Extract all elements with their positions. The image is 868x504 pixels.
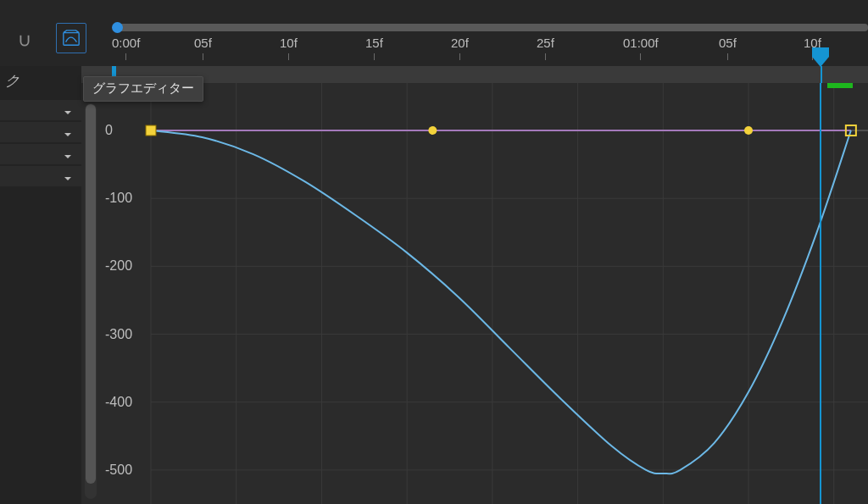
- keyframe-marker[interactable]: [744, 126, 753, 135]
- work-area-bar[interactable]: [119, 24, 868, 31]
- property-panel: ク: [0, 66, 81, 504]
- graph-editor-button[interactable]: [56, 23, 86, 53]
- y-axis-label: -300: [105, 327, 132, 342]
- chevron-down-icon[interactable]: [63, 152, 73, 164]
- property-row[interactable]: [0, 122, 81, 142]
- ruler-tick: 05f: [719, 36, 737, 66]
- ruler-tick: 20f: [451, 36, 469, 66]
- chevron-down-icon[interactable]: [63, 174, 73, 186]
- property-row[interactable]: [0, 144, 81, 164]
- ruler-tick: 01:00f: [623, 36, 659, 66]
- property-row[interactable]: [0, 100, 81, 120]
- ruler-tick-label: 25f: [537, 36, 554, 50]
- ruler-tick: 15f: [365, 36, 383, 66]
- ruler-tick-label: 05f: [194, 36, 212, 50]
- ruler-tick-label: 10f: [280, 36, 298, 50]
- playhead-head-icon[interactable]: [811, 47, 830, 72]
- ruler-tick-label: 0:00f: [112, 36, 140, 50]
- svg-rect-0: [64, 33, 79, 46]
- panel-tab-label: ク: [5, 71, 19, 91]
- ruler-ticks: 0:00f05f10f15f20f25f01:00f05f10f: [100, 36, 868, 66]
- ruler-tick-label: 15f: [365, 36, 383, 50]
- cached-region-bar: [827, 83, 853, 88]
- ruler-tick-label: 05f: [719, 36, 737, 50]
- y-axis-label: -400: [105, 395, 132, 410]
- y-axis-label: -200: [105, 258, 132, 274]
- y-axis-label: 0: [105, 123, 113, 138]
- value-curve[interactable]: [151, 130, 851, 474]
- property-row[interactable]: [0, 166, 81, 186]
- ruler-tick-label: 01:00f: [623, 36, 659, 50]
- keyframe-marker[interactable]: [146, 125, 156, 136]
- time-ruler[interactable]: 0:00f05f10f15f20f25f01:00f05f10f: [100, 0, 868, 66]
- y-axis-label: -500: [105, 462, 132, 478]
- graph-scrollbar-thumb[interactable]: [86, 104, 96, 484]
- ruler-tick: 0:00f: [112, 36, 140, 66]
- graph-canvas[interactable]: [100, 83, 868, 504]
- toolbar-icon-area: [0, 0, 92, 66]
- ruler-tick-label: 20f: [451, 36, 469, 50]
- timeline-topbar: 0:00f05f10f15f20f25f01:00f05f10f: [0, 0, 868, 66]
- keyframe-marker[interactable]: [428, 126, 437, 135]
- graph-vertical-scrollbar[interactable]: [85, 103, 97, 499]
- y-axis-label: -100: [105, 191, 132, 206]
- snap-icon[interactable]: [15, 32, 34, 51]
- graph-editor-tooltip: グラフエディター: [83, 76, 203, 102]
- ruler-tick: 10f: [280, 36, 298, 66]
- chevron-down-icon[interactable]: [63, 108, 73, 120]
- ruler-tick: 25f: [537, 36, 554, 66]
- graph-editor-panel: 0-100-200-300-400-500: [81, 83, 868, 504]
- ruler-tick: 05f: [194, 36, 212, 66]
- chevron-down-icon[interactable]: [63, 130, 73, 142]
- work-area-start-handle[interactable]: [112, 22, 123, 33]
